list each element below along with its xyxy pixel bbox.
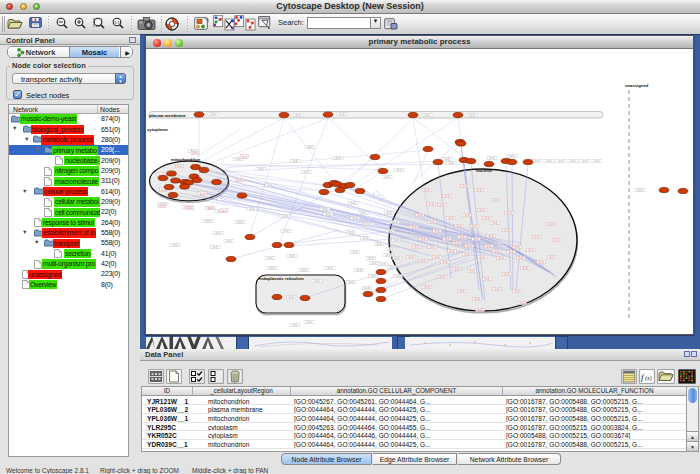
svg-text:(x-x): (x-x) <box>208 206 213 210</box>
svg-text:(x-x): (x-x) <box>200 192 205 196</box>
svg-text:(x-x): (x-x) <box>362 236 367 240</box>
svg-text:(x-x): (x-x) <box>292 323 297 327</box>
svg-text:(x-x): (x-x) <box>476 188 481 192</box>
svg-text:(x-x): (x-x) <box>301 268 306 272</box>
svg-text:(x-x): (x-x) <box>484 216 489 220</box>
svg-text:(x-x): (x-x) <box>386 211 391 215</box>
svg-text:(x-x): (x-x) <box>249 207 254 211</box>
svg-text:(x-x): (x-x) <box>387 229 392 233</box>
svg-text:(x-x): (x-x) <box>439 275 444 279</box>
svg-text:unassigned: unassigned <box>625 83 649 88</box>
svg-text:(x-x): (x-x) <box>462 184 467 188</box>
svg-text:(x-x): (x-x) <box>504 228 509 232</box>
svg-text:(x-x): (x-x) <box>504 272 509 276</box>
svg-text:(x-x): (x-x) <box>494 249 499 253</box>
svg-text:(x-x): (x-x) <box>192 151 197 155</box>
svg-text:(x-x): (x-x) <box>226 239 231 243</box>
svg-text:(x-x): (x-x) <box>492 221 497 225</box>
svg-text:(x-x): (x-x) <box>466 244 471 248</box>
svg-text:(x-x): (x-x) <box>448 216 453 220</box>
svg-text:(x-x): (x-x) <box>582 159 587 163</box>
svg-text:(x-x): (x-x) <box>327 266 332 270</box>
svg-text:(x-x): (x-x) <box>210 112 215 116</box>
svg-text:(x-x): (x-x) <box>456 224 461 228</box>
svg-text:(x-x): (x-x) <box>352 216 357 220</box>
svg-text:1:1: 1:1 <box>114 19 120 24</box>
svg-text:(x-x): (x-x) <box>509 154 514 158</box>
svg-text:(x-x): (x-x) <box>429 220 434 224</box>
svg-text:(x-x): (x-x) <box>356 268 361 272</box>
svg-text:(x-x): (x-x) <box>444 237 449 241</box>
svg-text:(x-x): (x-x) <box>454 241 459 245</box>
svg-text:(x-x): (x-x) <box>289 254 294 258</box>
svg-text:(x-x): (x-x) <box>322 207 327 211</box>
svg-text:(x-x): (x-x) <box>376 242 381 246</box>
svg-text:(x-x): (x-x) <box>177 164 182 168</box>
svg-text:(x-x): (x-x) <box>360 211 365 215</box>
svg-text:(x-x): (x-x) <box>439 203 444 207</box>
svg-text:(x-x): (x-x) <box>393 238 398 242</box>
svg-text:(x-x): (x-x) <box>477 308 482 312</box>
svg-text:(x-x): (x-x) <box>489 156 494 160</box>
svg-text:(x-x): (x-x) <box>538 260 543 264</box>
svg-text:(x-x): (x-x) <box>366 222 371 226</box>
svg-text:(x-x): (x-x) <box>420 237 425 241</box>
svg-text:(x-x): (x-x) <box>335 156 340 160</box>
svg-text:(x-x): (x-x) <box>258 167 263 171</box>
svg-text:(x-x): (x-x) <box>267 183 272 187</box>
svg-text:(x-x): (x-x) <box>269 266 274 270</box>
svg-text:(x-x): (x-x) <box>388 247 393 251</box>
svg-text:(x): (x) <box>645 375 652 382</box>
svg-text:(x-x): (x-x) <box>434 255 439 259</box>
svg-text:(x-x): (x-x) <box>396 168 401 172</box>
svg-text:(x-x): (x-x) <box>558 159 563 163</box>
svg-text:endoplasmic reticulum: endoplasmic reticulum <box>258 276 304 281</box>
svg-text:(x-x): (x-x) <box>424 188 429 192</box>
svg-text:(x-x): (x-x) <box>414 245 419 249</box>
svg-text:(x-x): (x-x) <box>283 229 288 233</box>
svg-text:(x-x): (x-x) <box>473 237 478 241</box>
svg-text:(x-x): (x-x) <box>292 159 297 163</box>
svg-text:(x-x): (x-x) <box>528 248 533 252</box>
svg-text:(x-x): (x-x) <box>454 267 459 271</box>
svg-text:(x-x): (x-x) <box>479 208 484 212</box>
svg-text:(x-x): (x-x) <box>434 229 439 233</box>
svg-text:(x-x): (x-x) <box>159 204 164 208</box>
svg-text:(x-x): (x-x) <box>486 244 491 248</box>
svg-text:(x-x): (x-x) <box>474 297 479 301</box>
svg-text:(x-x): (x-x) <box>389 265 394 269</box>
svg-text:(x-x): (x-x) <box>429 245 434 249</box>
svg-text:(x-x): (x-x) <box>325 212 330 216</box>
svg-text:(x-x): (x-x) <box>448 161 453 165</box>
svg-text:(x-x): (x-x) <box>420 259 425 263</box>
svg-text:(x-x): (x-x) <box>442 260 447 264</box>
svg-text:(x-x): (x-x) <box>408 255 413 259</box>
svg-text:(x-x): (x-x) <box>295 113 300 117</box>
svg-text:(x-x): (x-x) <box>464 252 469 256</box>
svg-text:(x-x): (x-x) <box>493 198 498 202</box>
svg-text:(x-x): (x-x) <box>352 250 357 254</box>
svg-text:(x-x): (x-x) <box>395 274 400 278</box>
svg-text:(x-x): (x-x) <box>348 280 353 284</box>
svg-text:(x-x): (x-x) <box>385 253 390 257</box>
svg-text:(x-x): (x-x) <box>534 235 539 239</box>
svg-text:(x-x): (x-x) <box>172 243 177 247</box>
svg-text:(x-x): (x-x) <box>350 201 355 205</box>
svg-text:plasma membrane: plasma membrane <box>149 113 186 118</box>
svg-text:(x-x): (x-x) <box>424 285 429 289</box>
svg-text:(x-x): (x-x) <box>222 209 227 213</box>
svg-text:(x-x): (x-x) <box>242 155 247 159</box>
svg-text:(x-x): (x-x) <box>514 245 519 249</box>
svg-text:(x-x): (x-x) <box>469 113 474 117</box>
svg-text:cytoplasm: cytoplasm <box>147 127 168 132</box>
svg-text:(x-x): (x-x) <box>464 213 469 217</box>
svg-text:nucleus: nucleus <box>476 168 492 173</box>
svg-text:(x-x): (x-x) <box>392 220 397 224</box>
svg-text:(x-x): (x-x) <box>307 145 312 149</box>
svg-text:(x-x): (x-x) <box>459 289 464 293</box>
svg-text:(x-x): (x-x) <box>479 255 484 259</box>
svg-text:(x-x): (x-x) <box>508 250 513 254</box>
svg-text:(x-x): (x-x) <box>570 159 575 163</box>
svg-text:(x-x): (x-x) <box>215 231 220 235</box>
svg-text:(x-x): (x-x) <box>484 277 489 281</box>
